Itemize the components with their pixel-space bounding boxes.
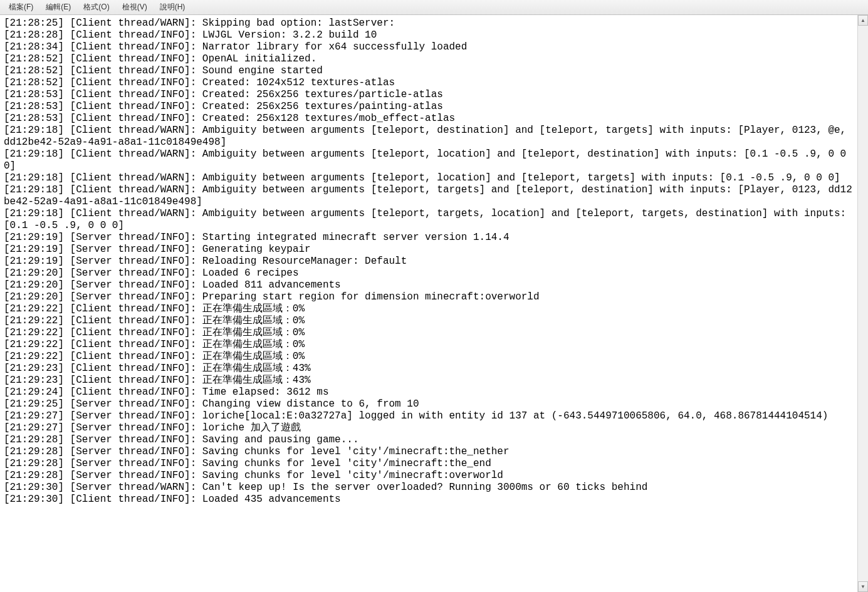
- log-line: [21:28:53] [Client thread/INFO]: Created…: [4, 101, 854, 113]
- scroll-down-button[interactable]: ▼: [858, 581, 868, 592]
- log-line: [21:28:52] [Client thread/INFO]: OpenAL …: [4, 53, 854, 65]
- scroll-up-button[interactable]: ▲: [858, 15, 868, 26]
- log-line: [21:29:22] [Client thread/INFO]: 正在準備生成區…: [4, 327, 854, 339]
- log-line: [21:29:22] [Client thread/INFO]: 正在準備生成區…: [4, 315, 854, 327]
- log-line: [21:29:22] [Client thread/INFO]: 正在準備生成區…: [4, 303, 854, 315]
- log-line: [21:29:22] [Client thread/INFO]: 正在準備生成區…: [4, 351, 854, 363]
- menu-format[interactable]: 格式(O): [77, 0, 115, 14]
- log-line: [21:29:20] [Server thread/INFO]: Prepari…: [4, 291, 854, 303]
- chevron-down-icon: ▼: [860, 584, 865, 589]
- log-line: [21:29:25] [Server thread/INFO]: Changin…: [4, 398, 854, 410]
- log-line: [21:29:24] [Client thread/INFO]: Time el…: [4, 387, 854, 398]
- log-line: [21:29:19] [Server thread/INFO]: Startin…: [4, 232, 854, 244]
- log-line: [21:29:28] [Server thread/INFO]: Saving …: [4, 470, 854, 482]
- log-line: [21:28:28] [Client thread/INFO]: LWJGL V…: [4, 29, 854, 41]
- log-line: [21:29:30] [Server thread/WARN]: Can't k…: [4, 482, 854, 494]
- log-line: [21:29:27] [Server thread/INFO]: loriche…: [4, 410, 854, 422]
- log-line: [21:29:20] [Server thread/INFO]: Loaded …: [4, 267, 854, 279]
- log-line: [21:28:52] [Client thread/INFO]: Sound e…: [4, 65, 854, 77]
- menu-edit[interactable]: 編輯(E): [39, 0, 77, 14]
- log-line: [21:28:34] [Client thread/INFO]: Narrato…: [4, 41, 854, 53]
- log-line: [21:29:18] [Client thread/WARN]: Ambigui…: [4, 125, 854, 148]
- log-line: [21:29:19] [Server thread/INFO]: Reloadi…: [4, 256, 854, 267]
- log-line: [21:29:28] [Server thread/INFO]: Saving …: [4, 434, 854, 446]
- log-line: [21:29:20] [Server thread/INFO]: Loaded …: [4, 279, 854, 291]
- scroll-track[interactable]: [858, 26, 868, 581]
- chevron-up-icon: ▲: [860, 18, 865, 23]
- log-text-area[interactable]: [21:28:25] [Client thread/WARN]: Skippin…: [0, 15, 857, 592]
- log-line: [21:28:25] [Client thread/WARN]: Skippin…: [4, 18, 854, 29]
- menu-help[interactable]: 說明(H): [154, 0, 192, 14]
- content-wrapper: [21:28:25] [Client thread/WARN]: Skippin…: [0, 15, 868, 592]
- log-line: [21:29:19] [Server thread/INFO]: Generat…: [4, 244, 854, 256]
- log-line: [21:29:18] [Client thread/WARN]: Ambigui…: [4, 184, 854, 208]
- log-line: [21:29:30] [Client thread/INFO]: Loaded …: [4, 494, 854, 506]
- log-line: [21:29:23] [Client thread/INFO]: 正在準備生成區…: [4, 363, 854, 375]
- menu-file[interactable]: 檔案(F): [3, 0, 39, 14]
- menubar: 檔案(F) 編輯(E) 格式(O) 檢視(V) 說明(H): [0, 0, 868, 15]
- log-line: [21:28:52] [Client thread/INFO]: Created…: [4, 77, 854, 89]
- log-line: [21:29:28] [Server thread/INFO]: Saving …: [4, 458, 854, 470]
- log-line: [21:29:18] [Client thread/WARN]: Ambigui…: [4, 208, 854, 232]
- log-line: [21:29:18] [Client thread/WARN]: Ambigui…: [4, 148, 854, 172]
- log-line: [21:29:22] [Client thread/INFO]: 正在準備生成區…: [4, 339, 854, 351]
- log-line: [21:29:28] [Server thread/INFO]: Saving …: [4, 446, 854, 458]
- vertical-scrollbar[interactable]: ▲ ▼: [857, 15, 868, 592]
- menu-view[interactable]: 檢視(V): [116, 0, 154, 14]
- log-line: [21:29:23] [Client thread/INFO]: 正在準備生成區…: [4, 375, 854, 387]
- log-line: [21:29:18] [Client thread/WARN]: Ambigui…: [4, 172, 854, 184]
- log-line: [21:28:53] [Client thread/INFO]: Created…: [4, 89, 854, 101]
- log-line: [21:28:53] [Client thread/INFO]: Created…: [4, 113, 854, 125]
- log-line: [21:29:27] [Server thread/INFO]: loriche…: [4, 422, 854, 434]
